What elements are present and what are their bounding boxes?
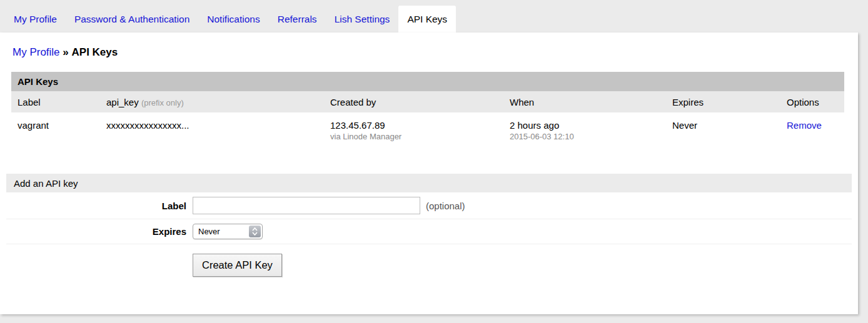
cell-when-exact: 2015-06-03 12:10 <box>510 132 660 141</box>
breadcrumb-separator: » <box>63 46 68 58</box>
table-row: vagrant xxxxxxxxxxxxxxxx... 123.45.67.89… <box>11 112 844 149</box>
expires-select[interactable]: Never <box>193 224 263 239</box>
cell-api-key: xxxxxxxxxxxxxxxx... <box>100 112 324 149</box>
cell-when: 2 hours ago 2015-06-03 12:10 <box>503 112 666 149</box>
breadcrumb: My Profile » API Keys <box>0 32 858 59</box>
add-api-key-section: Add an API key Label (optional) Expires … <box>6 174 852 281</box>
expires-field-label: Expires <box>6 226 193 237</box>
col-header-expires: Expires <box>666 91 780 112</box>
select-stepper-icon <box>249 226 261 237</box>
submit-row: Create API Key <box>6 244 852 281</box>
expires-selected-value: Never <box>193 227 249 236</box>
expires-field-row: Expires Never <box>6 219 852 244</box>
cell-created-via: via Linode Manager <box>330 132 497 141</box>
table-header-row: Label api_key (prefix only) Created by W… <box>11 91 844 112</box>
profile-tab-bar: My Profile Password & Authentication Not… <box>0 0 868 32</box>
tab-referrals[interactable]: Referrals <box>269 6 326 32</box>
cell-created-by: 123.45.67.89 via Linode Manager <box>324 112 503 149</box>
col-header-api-key: api_key (prefix only) <box>100 91 324 112</box>
remove-link[interactable]: Remove <box>787 120 822 131</box>
tab-my-profile[interactable]: My Profile <box>5 6 66 32</box>
col-header-created-by: Created by <box>324 91 503 112</box>
breadcrumb-current: API Keys <box>72 46 118 58</box>
label-field-row: Label (optional) <box>6 192 852 219</box>
col-header-options: Options <box>780 91 844 112</box>
tab-notifications[interactable]: Notifications <box>198 6 268 32</box>
col-header-label: Label <box>11 91 100 112</box>
tab-lish-settings[interactable]: Lish Settings <box>326 6 399 32</box>
cell-expires: Never <box>666 112 780 149</box>
tab-password-authentication[interactable]: Password & Authentication <box>66 6 198 32</box>
col-header-when: When <box>503 91 666 112</box>
api-keys-table: API Keys Label api_key (prefix only) Cre… <box>11 72 844 149</box>
cell-label: vagrant <box>11 112 100 149</box>
label-field-label: Label <box>6 201 193 211</box>
tab-api-keys[interactable]: API Keys <box>398 6 456 32</box>
add-section-title: Add an API key <box>6 174 852 192</box>
cell-options: Remove <box>780 112 844 149</box>
col-header-api-key-note: (prefix only) <box>141 98 184 107</box>
label-optional-note: (optional) <box>426 201 465 211</box>
breadcrumb-my-profile-link[interactable]: My Profile <box>13 46 60 58</box>
table-title: API Keys <box>11 72 844 91</box>
create-api-key-button[interactable]: Create API Key <box>193 254 282 277</box>
content-panel: My Profile » API Keys API Keys Label api… <box>0 32 858 314</box>
label-input[interactable] <box>193 197 420 214</box>
